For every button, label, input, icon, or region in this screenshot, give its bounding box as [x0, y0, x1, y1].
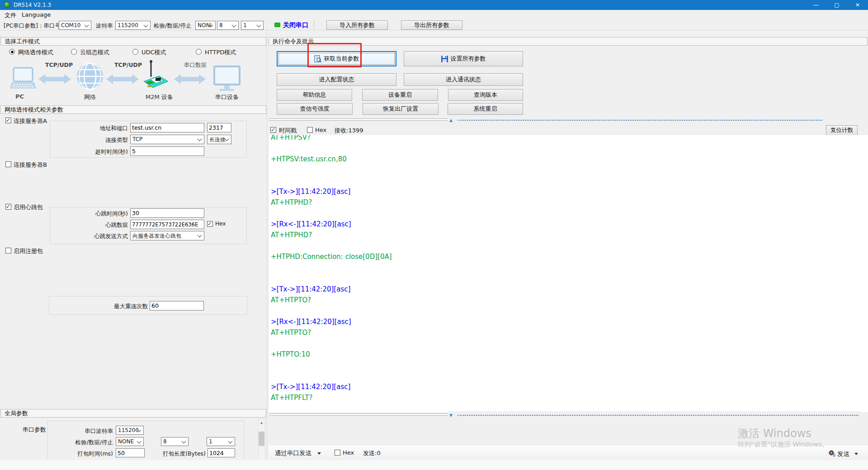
send-via-arrow-icon[interactable] [317, 452, 321, 455]
conn-type-select[interactable]: TCP [130, 135, 204, 144]
regpack-checkbox[interactable] [5, 248, 11, 254]
heartbeat-data-input[interactable] [130, 220, 204, 229]
server-a-label: 连接服务器A [14, 117, 47, 125]
global-parity-select[interactable]: NONE [116, 437, 144, 446]
baud-select[interactable]: 115200 [115, 21, 151, 30]
slider-track[interactable] [458, 415, 859, 416]
app-icon [4, 2, 10, 8]
send-button[interactable]: 发送 [837, 450, 849, 458]
log-line [271, 360, 868, 371]
import-params-button[interactable]: 导入所有参数 [326, 20, 388, 30]
enter-comm-button[interactable]: 进入通讯状态 [404, 73, 523, 86]
chevron-down-icon [144, 23, 148, 28]
global-parity-label: 检验/数据/停止 [59, 439, 113, 446]
stopbits-select[interactable]: 1 [241, 21, 264, 30]
databits-select[interactable]: 8 [217, 21, 239, 30]
serial-params-label: 串口参数 [23, 426, 46, 434]
log-area[interactable]: AT+HTPSV? +HTPSV:test.usr.cn,80 >[Tx->][… [269, 135, 868, 412]
chevron-down-icon [232, 23, 236, 28]
panel-divider [267, 30, 267, 470]
global-stopbits-select[interactable]: 1 [207, 437, 235, 446]
send-hex-checkbox[interactable] [335, 450, 340, 456]
close-button[interactable]: ✕ [847, 0, 868, 10]
log-line: AT+HTPHD? [271, 230, 868, 240]
section-header-net-params: 网络透传模式相关参数 [0, 105, 266, 114]
log-line: +HTPHD:Connection: close[0D][0A] [271, 251, 868, 262]
parity-label: 检验/数据/停止 [154, 22, 191, 30]
minimize-button[interactable]: — [806, 0, 826, 10]
log-line [271, 164, 868, 175]
heartbeat-time-input[interactable] [130, 208, 204, 218]
heartbeat-checkbox[interactable] [5, 204, 11, 210]
radio-cloud-mode[interactable] [71, 49, 77, 55]
log-top-slider[interactable]: ▲ [448, 116, 825, 124]
factory-reset-button[interactable]: 恢复出厂设置 [363, 103, 439, 115]
packtime-input[interactable] [116, 448, 145, 457]
packlen-input[interactable] [208, 448, 235, 457]
menu-item-language[interactable]: Language [22, 11, 51, 18]
system-restart-button[interactable]: 系统重启 [448, 103, 523, 115]
serial-port-label: [PC串口参数]：串口号 [4, 22, 61, 30]
menu-item-file[interactable]: 文件 [5, 11, 16, 19]
log-line [271, 175, 868, 186]
set-params-button[interactable]: 设置所有参数 [404, 51, 523, 66]
log-line: +HTPTO:10 [271, 349, 868, 360]
link1-label: TCP/UDP [45, 61, 73, 68]
heartbeat-hex-label: Hex [215, 221, 226, 227]
recv-hex-checkbox[interactable] [307, 127, 313, 133]
export-params-button[interactable]: 导出所有参数 [401, 20, 462, 30]
signal-strength-button[interactable]: 查信号强度 [277, 103, 353, 115]
global-baud-select[interactable]: 115200 [116, 426, 144, 435]
radio-httpd-label: HTTPD模式 [205, 48, 236, 56]
global-databits-select[interactable]: 8 [161, 437, 189, 446]
slider-up-thumb-icon[interactable]: ▲ [449, 118, 453, 122]
device-restart-button[interactable]: 设备重启 [362, 89, 438, 101]
close-port-button[interactable]: 关闭串口 [283, 21, 308, 29]
chevron-down-icon [228, 439, 233, 444]
timeout-input[interactable] [130, 146, 204, 156]
heartbeat-data-label: 心跳数据 [68, 221, 128, 229]
parity-select[interactable]: NONI [195, 21, 216, 30]
recv-hex-label: Hex [315, 127, 326, 133]
help-button[interactable]: 帮助信息 [277, 89, 352, 101]
enter-config-button[interactable]: 进入配置状态 [277, 73, 396, 86]
log-line [271, 338, 868, 349]
server-a-checkbox[interactable] [5, 118, 11, 123]
log-line: >[Rx<-][11:42:20][asc] [271, 316, 868, 327]
send-via-dropdown[interactable]: 通过串口发送 [275, 449, 311, 457]
link3-label: 串口数据 [184, 61, 207, 69]
log-line [271, 306, 868, 316]
radio-udc-mode[interactable] [132, 49, 138, 55]
max-reconnect-input[interactable] [150, 301, 204, 310]
scroll-up-icon[interactable]: ▴ [258, 419, 265, 426]
log-bottom-slider[interactable]: ▼ [448, 411, 861, 419]
scrollbar-thumb[interactable] [259, 432, 264, 446]
chevron-down-icon [85, 23, 89, 28]
radio-net-bridge-label: 网络透传模式 [18, 48, 53, 56]
globe-icon [76, 62, 104, 90]
heartbeat-mode-select[interactable]: 向服务器发送心跳包 [130, 231, 204, 240]
server-b-checkbox[interactable] [5, 161, 11, 167]
maximize-button[interactable]: ▢ [826, 0, 847, 10]
recv-count-label: 接收:1399 [335, 127, 363, 135]
reset-count-button[interactable]: 复位计数 [826, 125, 858, 136]
slider-track[interactable] [458, 120, 822, 121]
heartbeat-hex-checkbox[interactable] [207, 221, 213, 227]
timestamp-checkbox[interactable] [270, 127, 276, 133]
radio-net-bridge-mode[interactable] [9, 49, 15, 55]
server-a-address-input[interactable] [130, 123, 204, 132]
slider-down-thumb-icon[interactable]: ▼ [449, 413, 453, 418]
net-label: 网络 [84, 93, 96, 101]
query-version-button[interactable]: 查询版本 [448, 89, 523, 101]
conn-mode-select[interactable]: 长连接 [207, 135, 231, 144]
packtime-label: 打包时间(ms) [59, 450, 113, 458]
radio-httpd-mode[interactable] [196, 49, 202, 55]
server-a-port-input[interactable] [207, 123, 231, 132]
set-params-button-label: 设置所有参数 [451, 55, 486, 63]
link2-label: TCP/UDP [114, 61, 142, 68]
send-button-arrow-icon[interactable] [854, 453, 858, 455]
log-line [271, 208, 868, 219]
serial-port-select[interactable]: COM10 [59, 21, 91, 30]
log-line: AT+HTPSV? [271, 135, 868, 143]
heartbeat-mode-label: 心跳发送方式 [68, 233, 128, 240]
